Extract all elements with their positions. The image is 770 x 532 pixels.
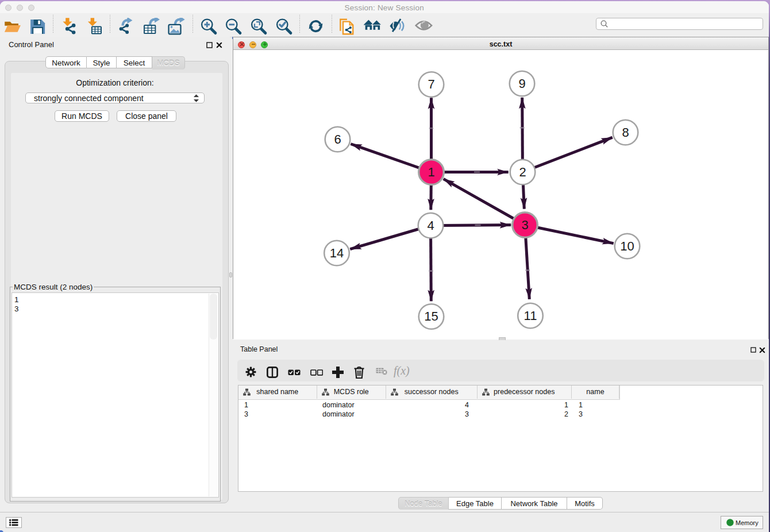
svg-text:10: 10 — [620, 239, 634, 253]
svg-text:7: 7 — [428, 77, 434, 91]
svg-text:6: 6 — [334, 132, 341, 147]
svg-text:11: 11 — [524, 309, 537, 323]
svg-text:4: 4 — [427, 218, 434, 233]
svg-text:1: 1 — [428, 165, 434, 179]
svg-text:8: 8 — [622, 125, 629, 140]
svg-text:3: 3 — [521, 218, 528, 232]
svg-text:15: 15 — [424, 309, 438, 323]
svg-text:9: 9 — [518, 76, 525, 91]
svg-text:2: 2 — [519, 165, 526, 179]
svg-text:14: 14 — [330, 246, 344, 260]
